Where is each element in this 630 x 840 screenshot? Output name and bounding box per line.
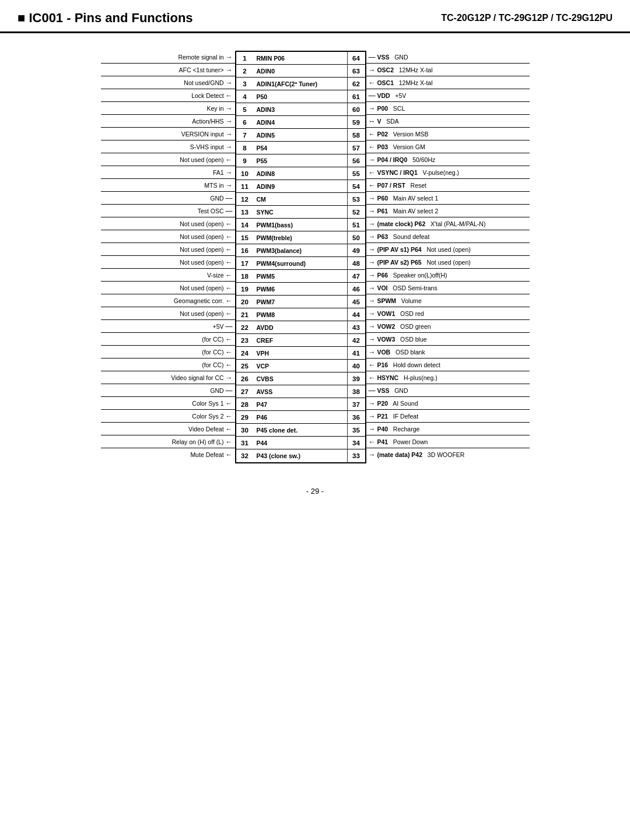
left-name-2: ADIN0	[254, 65, 347, 78]
left-signal-4: Lock Detect ←	[101, 89, 235, 102]
right-signal-63: → OSC2 12MHz X-tal	[366, 64, 530, 76]
left-name-5: ADIN3	[254, 103, 347, 116]
left-num-14: 14	[236, 219, 254, 231]
left-name-8: P54	[254, 142, 347, 154]
left-name-14: PWM1(bass)	[254, 219, 347, 231]
left-nums-col: 1234567891011121314151617181920212223242…	[235, 51, 254, 463]
left-num-1: 1	[236, 52, 254, 65]
page-header: ■ IC001 - Pins and Functions TC-20G12P /…	[0, 0, 630, 33]
left-name-22: AVDD	[254, 321, 347, 334]
left-name-16: PWM3(balance)	[254, 244, 347, 257]
right-num-48: 48	[348, 257, 365, 270]
right-num-52: 52	[348, 206, 365, 219]
right-num-41: 41	[348, 347, 365, 360]
left-num-22: 22	[236, 321, 254, 334]
left-signal-10: FA1 →	[101, 166, 235, 179]
left-name-15: PWM(treble)	[254, 231, 347, 244]
left-num-20: 20	[236, 296, 254, 308]
right-signal-38: — VSS GND	[366, 384, 530, 397]
left-signal-25: (for CC) ←	[101, 359, 235, 371]
left-num-31: 31	[236, 437, 254, 449]
left-num-6: 6	[236, 116, 254, 129]
right-signal-52: → P61 Main AV select 2	[366, 205, 530, 217]
right-num-62: 62	[348, 78, 365, 90]
right-nums-col: 6463626160595857565554535251504948474645…	[348, 51, 366, 463]
left-name-18: PWM5	[254, 270, 347, 283]
left-signal-15: Not used (open) ←	[101, 230, 235, 243]
left-name-9: P55	[254, 154, 347, 167]
left-name-7: ADIN5	[254, 129, 347, 142]
left-name-10: ADIN8	[254, 167, 347, 180]
right-signal-55: ← VSYNC / IRQ1 V-pulse(neg.)	[366, 166, 530, 179]
left-num-10: 10	[236, 167, 254, 180]
left-name-19: PWM6	[254, 283, 347, 296]
left-name-1: RMIN P06	[254, 52, 347, 65]
right-num-51: 51	[348, 219, 365, 231]
left-num-9: 9	[236, 154, 254, 167]
left-name-4: P50	[254, 90, 347, 103]
right-signal-43: → VOW2 OSD green	[366, 320, 530, 333]
left-num-4: 4	[236, 90, 254, 103]
right-num-50: 50	[348, 231, 365, 244]
right-num-33: 33	[348, 449, 365, 462]
right-signal-39: ← HSYNC H-plus(neg.)	[366, 371, 530, 384]
right-num-63: 63	[348, 65, 365, 78]
left-signal-23: (for CC) ←	[101, 333, 235, 346]
left-num-3: 3	[236, 78, 254, 90]
right-signal-35: → P40 Recharge	[366, 423, 530, 435]
left-name-25: VCP	[254, 360, 347, 372]
right-num-61: 61	[348, 90, 365, 103]
left-num-5: 5	[236, 103, 254, 116]
left-name-24: VPH	[254, 347, 347, 360]
right-signal-61: — VDD +5V	[366, 89, 530, 102]
left-name-23: CREF	[254, 334, 347, 347]
right-num-45: 45	[348, 296, 365, 308]
left-name-17: PWM4(surround)	[254, 257, 347, 270]
right-signal-45: → SPWM Volume	[366, 294, 530, 307]
left-signal-11: MTS in →	[101, 179, 235, 192]
right-num-55: 55	[348, 167, 365, 180]
right-num-54: 54	[348, 180, 365, 193]
right-num-38: 38	[348, 385, 365, 398]
left-num-26: 26	[236, 372, 254, 385]
right-num-58: 58	[348, 129, 365, 142]
left-num-12: 12	[236, 193, 254, 206]
right-num-57: 57	[348, 142, 365, 154]
left-name-11: ADIN9	[254, 180, 347, 193]
right-signal-42: → VOW3 OSD blue	[366, 333, 530, 346]
right-signal-53: → P60 Main AV select 1	[366, 192, 530, 205]
right-signal-51: → (mate clock) P62 X'tal (PAL-M/PAL-N)	[366, 217, 530, 230]
left-name-27: AVSS	[254, 385, 347, 398]
left-signal-9: Not used (open) ←	[101, 153, 235, 166]
left-signal-1: Remote signal in →	[101, 51, 235, 64]
left-num-15: 15	[236, 231, 254, 244]
left-num-11: 11	[236, 180, 254, 193]
left-num-30: 30	[236, 424, 254, 437]
right-signal-64: — VSS GND	[366, 51, 530, 64]
right-num-60: 60	[348, 103, 365, 116]
right-signal-54: ← P07 / RST Reset	[366, 179, 530, 192]
right-num-59: 59	[348, 116, 365, 129]
left-signal-6: Action/HHS →	[101, 115, 235, 128]
right-signal-50: → P63 Sound defeat	[366, 230, 530, 243]
right-signal-58: ← P02 Version MSB	[366, 128, 530, 140]
left-signal-28: Color Sys 1 ←	[101, 397, 235, 410]
right-signal-49: → (PIP AV s1) P64 Not used (open)	[366, 243, 530, 256]
left-num-27: 27	[236, 385, 254, 398]
right-signal-33: → (mate data) P42 3D WOOFER	[366, 448, 530, 461]
left-name-21: PWM8	[254, 308, 347, 321]
left-signals-col: Remote signal in →AFC <1st tuner> →Not u…	[101, 51, 235, 463]
page-footer: - 29 -	[0, 487, 630, 495]
left-num-19: 19	[236, 283, 254, 296]
left-num-7: 7	[236, 129, 254, 142]
left-signal-13: Test OSC —	[101, 205, 235, 217]
left-name-6: ADIN4	[254, 116, 347, 129]
left-name-12: CM	[254, 193, 347, 206]
right-num-40: 40	[348, 360, 365, 372]
right-num-42: 42	[348, 334, 365, 347]
right-num-34: 34	[348, 437, 365, 449]
left-signal-29: Color Sys 2 ←	[101, 410, 235, 423]
left-signal-12: GND —	[101, 192, 235, 205]
left-signal-26: Video signal for CC →	[101, 371, 235, 384]
left-name-3: ADIN1(AFC(2º Tuner)	[254, 78, 347, 90]
